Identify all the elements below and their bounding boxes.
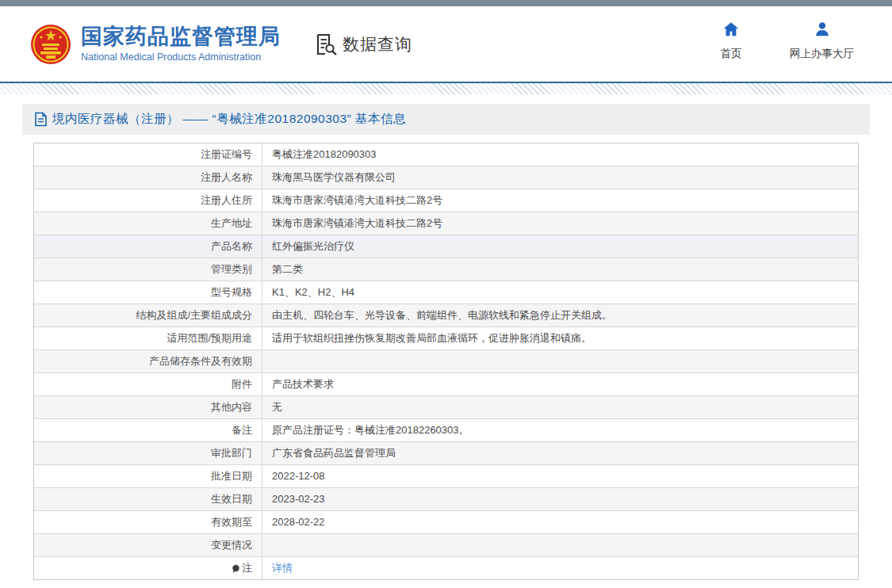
row-value: 适用于软组织扭挫伤恢复期改善局部血液循环，促进肿胀消退和镇痛。	[262, 327, 858, 349]
row-value: 原产品注册证号：粤械注准20182260303。	[262, 419, 858, 441]
row-value: 产品技术要求	[262, 373, 858, 395]
row-value: 广东省食品药品监督管理局	[262, 442, 858, 464]
row-label: 注册证编号	[34, 143, 262, 166]
row-value: 无	[262, 396, 858, 418]
row-value: 详情	[262, 557, 858, 579]
nav-item-label: 网上办事大厅	[790, 47, 854, 61]
nav-item-online-hall[interactable]: 网上办事大厅	[790, 21, 854, 61]
row-label: 注册人名称	[34, 166, 262, 189]
site-header: 国家药品监督管理局 National Medical Products Admi…	[0, 6, 892, 82]
org-name-en: National Medical Products Administration	[81, 52, 281, 63]
table-row: 注册人名称珠海黑马医学仪器有限公司	[34, 166, 858, 189]
row-label: 附件	[34, 373, 262, 395]
row-label: 管理类别	[34, 258, 262, 281]
table-row: 审批部门广东省食品药品监督管理局	[34, 442, 858, 465]
table-row: 生效日期2023-02-23	[34, 488, 858, 511]
row-value: 珠海市唐家湾镇港湾大道科技二路2号	[262, 189, 858, 212]
row-label: 适用范围/预期用途	[34, 327, 262, 349]
main-content: 境内医疗器械（注册） —— “粤械注准20182090303” 基本信息 注册证…	[22, 104, 870, 580]
row-value: 珠海市唐家湾镇港湾大道科技二路2号	[262, 212, 858, 235]
data-query-label: 数据查询	[343, 33, 412, 55]
table-row: 其他内容无	[34, 396, 858, 419]
row-value: 粤械注准20182090303	[262, 143, 858, 166]
row-value: 红外偏振光治疗仪	[262, 235, 858, 258]
data-query-tab[interactable]: 数据查询	[314, 32, 412, 56]
row-label: 变更情况	[34, 534, 262, 556]
table-row: 产品名称红外偏振光治疗仪	[34, 235, 858, 258]
table-row: 备注原产品注册证号：粤械注准20182260303。	[34, 419, 858, 442]
row-value: 由主机、四轮台车、光导设备、前端组件、电源软线和紧急停止开关组成。	[262, 304, 858, 326]
row-value: 第二类	[262, 258, 858, 281]
table-row: 变更情况	[34, 534, 858, 557]
nav-item-label: 首页	[721, 47, 742, 61]
table-row: 生产地址珠海市唐家湾镇港湾大道科技二路2号	[34, 212, 858, 235]
note-balloon-icon	[232, 564, 240, 573]
details-link[interactable]: 详情	[272, 562, 293, 574]
logo-link[interactable]: 国家药品监督管理局 National Medical Products Admi…	[30, 24, 281, 65]
row-label: 批准日期	[34, 465, 262, 487]
row-label: 产品储存条件及有效期	[34, 350, 262, 372]
table-row: 批准日期2022-12-08	[34, 465, 858, 488]
row-label: 生效日期	[34, 488, 262, 510]
table-row: 有效期至2028-02-22	[34, 511, 858, 534]
row-label: 有效期至	[34, 511, 262, 533]
row-label: 审批部门	[34, 442, 262, 464]
table-row: 附件产品技术要求	[34, 373, 858, 396]
hatch-band	[0, 83, 892, 94]
table-row: 管理类别第二类	[34, 258, 858, 281]
nav-item-home[interactable]: 首页	[707, 21, 755, 61]
row-value: K1、K2、H2、H4	[262, 281, 858, 304]
row-label: 结构及组成/主要组成成分	[34, 304, 262, 326]
row-label: 备注	[34, 419, 262, 441]
header-nav: 首页 网上办事大厅	[707, 21, 854, 61]
registration-info-table: 注册证编号粤械注准20182090303注册人名称珠海黑马医学仪器有限公司注册人…	[33, 143, 859, 580]
table-row: 适用范围/预期用途适用于软组织扭挫伤恢复期改善局部血液循环，促进肿胀消退和镇痛。	[34, 327, 858, 350]
table-row: 产品储存条件及有效期	[34, 350, 858, 373]
page-title-bar: 境内医疗器械（注册） —— “粤械注准20182090303” 基本信息	[22, 104, 870, 135]
table-row: 注册证编号粤械注准20182090303	[34, 143, 858, 166]
row-value: 2022-12-08	[262, 465, 858, 487]
table-row: 型号规格K1、K2、H2、H4	[34, 281, 858, 304]
user-icon	[814, 21, 831, 38]
row-value	[262, 534, 858, 556]
table-row: 注详情	[34, 557, 858, 580]
national-emblem-icon	[30, 24, 71, 65]
org-names: 国家药品监督管理局 National Medical Products Admi…	[81, 25, 281, 63]
row-label: 型号规格	[34, 281, 262, 304]
row-label: 生产地址	[34, 212, 262, 235]
row-value	[262, 350, 858, 372]
row-label: 其他内容	[34, 396, 262, 418]
row-label: 产品名称	[34, 235, 262, 258]
document-icon	[34, 112, 48, 127]
org-name-zh: 国家药品监督管理局	[81, 25, 281, 49]
row-value: 珠海黑马医学仪器有限公司	[262, 166, 858, 189]
top-strip	[0, 0, 892, 6]
row-value: 2028-02-22	[262, 511, 858, 533]
table-row: 注册人住所珠海市唐家湾镇港湾大道科技二路2号	[34, 189, 858, 212]
table-row: 结构及组成/主要组成成分由主机、四轮台车、光导设备、前端组件、电源软线和紧急停止…	[34, 304, 858, 327]
row-value: 2023-02-23	[262, 488, 858, 510]
row-label: 注	[34, 557, 262, 579]
home-icon	[722, 21, 740, 38]
document-search-icon	[314, 32, 338, 56]
page-title: 境内医疗器械（注册） —— “粤械注准20182090303” 基本信息	[52, 111, 406, 128]
row-label: 注册人住所	[34, 189, 262, 212]
